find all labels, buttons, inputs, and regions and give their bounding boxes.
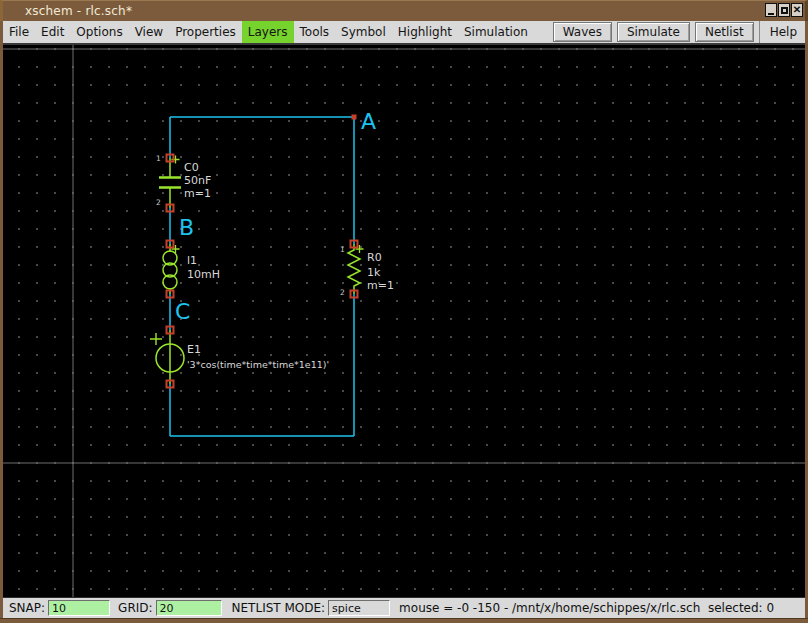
- netlist-button[interactable]: Netlist: [695, 22, 754, 42]
- inductor-ref: l1: [187, 254, 197, 267]
- minimize-button[interactable]: [765, 3, 777, 17]
- menu-simulation[interactable]: Simulation: [458, 21, 534, 43]
- menubar: File Edit Options View Properties Layers…: [3, 21, 805, 45]
- xschem-window: xschem - rlc.sch* ✕ File Edit Options Vi…: [0, 0, 808, 623]
- menu-layers[interactable]: Layers: [242, 21, 294, 43]
- wire-end-marker: [352, 115, 357, 120]
- maximize-button[interactable]: [778, 3, 790, 17]
- capacitor-mult: m=1: [184, 187, 211, 200]
- statusbar: SNAP: GRID: NETLIST MODE: mouse = -0 -15…: [3, 597, 805, 618]
- close-icon: ✕: [793, 5, 801, 15]
- waves-button[interactable]: Waves: [553, 22, 612, 42]
- capacitor-symbol[interactable]: 1 2 C0 50nF m=1: [156, 154, 211, 212]
- grid-label: GRID:: [118, 601, 152, 615]
- menu-edit[interactable]: Edit: [35, 21, 70, 43]
- resistor-symbol[interactable]: 1 2 R0 1k m=1: [340, 241, 394, 298]
- capacitor-pin2-number: 2: [156, 198, 161, 207]
- menu-help[interactable]: Help: [762, 21, 805, 43]
- inductor-symbol[interactable]: l1 10mH: [163, 241, 220, 298]
- window-title: xschem - rlc.sch*: [25, 4, 132, 18]
- capacitor-pin1-number: 1: [156, 154, 161, 163]
- close-button[interactable]: ✕: [791, 3, 803, 17]
- node-label-a[interactable]: A: [361, 109, 376, 134]
- menu-view[interactable]: View: [129, 21, 169, 43]
- resistor-ref: R0: [367, 251, 382, 264]
- menu-options[interactable]: Options: [70, 21, 128, 43]
- menu-symbol[interactable]: Symbol: [335, 21, 392, 43]
- schematic-drawing: 1 2 C0 50nF m=1 l1 10mH: [3, 45, 805, 597]
- schematic-canvas[interactable]: 1 2 C0 50nF m=1 l1 10mH: [3, 45, 805, 597]
- capacitor-value: 50nF: [184, 174, 211, 187]
- menu-highlight[interactable]: Highlight: [392, 21, 458, 43]
- capacitor-ref: C0: [184, 161, 199, 174]
- window-bottom-border: [0, 618, 808, 623]
- node-label-c[interactable]: C: [175, 299, 190, 324]
- snap-label: SNAP:: [9, 601, 45, 615]
- resistor-mult: m=1: [367, 279, 394, 292]
- netlist-mode-label: NETLIST MODE:: [232, 601, 326, 615]
- inductor-value: 10mH: [187, 268, 220, 281]
- resistor-pin1-number: 1: [340, 245, 345, 254]
- menu-file[interactable]: File: [3, 21, 35, 43]
- resistor-zigzag: [348, 244, 360, 294]
- mouse-status-text: mouse = -0 -150 - /mnt/x/home/schippes/x…: [399, 601, 774, 615]
- minimize-icon: [768, 13, 774, 15]
- window-controls: ✕: [765, 3, 803, 17]
- menu-properties[interactable]: Properties: [169, 21, 242, 43]
- resistor-value: 1k: [367, 266, 381, 279]
- voltage-source-ref: E1: [187, 343, 201, 356]
- voltage-source-plus-mark: [150, 333, 162, 345]
- simulate-button[interactable]: Simulate: [617, 22, 690, 42]
- grid-input[interactable]: [156, 600, 222, 616]
- menubar-divider: [759, 21, 760, 43]
- maximize-icon: [781, 7, 788, 14]
- snap-input[interactable]: [48, 600, 110, 616]
- node-label-b[interactable]: B: [179, 215, 194, 240]
- voltage-source-symbol[interactable]: E1 '3*cos(time*time*time*1e11)': [150, 327, 329, 388]
- menu-tools[interactable]: Tools: [294, 21, 336, 43]
- voltage-source-value: '3*cos(time*time*time*1e11)': [187, 359, 329, 370]
- resistor-pin2-number: 2: [340, 288, 345, 297]
- titlebar[interactable]: xschem - rlc.sch* ✕: [0, 0, 808, 21]
- netlist-mode-input[interactable]: [328, 600, 390, 616]
